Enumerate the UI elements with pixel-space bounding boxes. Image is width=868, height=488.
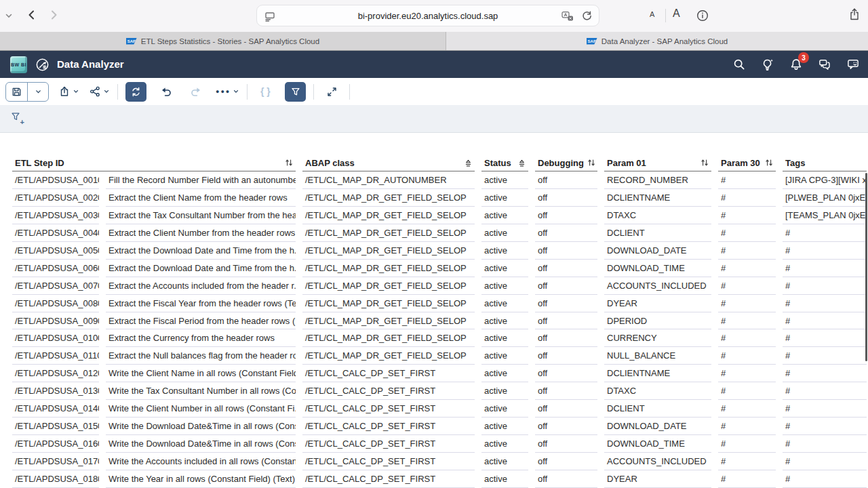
cell-status[interactable]: active	[481, 312, 528, 330]
cell-description[interactable]: Extract the Fiscal Period from the heade…	[106, 312, 296, 330]
cell-param-01[interactable]: ACCOUNTS_INCLUDED	[604, 277, 711, 295]
cell-description[interactable]: Write the Download Date&Time in all rows…	[106, 418, 296, 435]
cell-param-30[interactable]: #	[718, 400, 776, 418]
cell-debugging[interactable]: off	[535, 400, 597, 418]
cell-status[interactable]: active	[481, 260, 528, 277]
expand-button[interactable]	[321, 82, 342, 102]
cell-etl-step-id[interactable]: /ETL/APDSUSA_0090	[12, 312, 99, 330]
cell-status[interactable]: active	[481, 453, 528, 470]
feedback-icon[interactable]	[846, 58, 860, 71]
sort-updown-icon[interactable]	[764, 158, 774, 167]
cell-etl-step-id[interactable]: /ETL/APDSUSA_0050	[12, 242, 99, 260]
cell-debugging[interactable]: off	[535, 435, 597, 453]
table-row[interactable]: /ETL/APDSUSA_0180 Write the Year in all …	[12, 470, 868, 488]
reload-icon[interactable]	[580, 10, 593, 22]
cell-tags[interactable]: #	[783, 382, 867, 400]
cell-debugging[interactable]: off	[535, 312, 597, 330]
cell-description[interactable]: Extract the Tax Consultant Number from t…	[106, 207, 296, 224]
cell-etl-step-id[interactable]: /ETL/APDSUSA_0010	[12, 171, 99, 189]
cell-description[interactable]: Extract the Null balances flag from the …	[106, 347, 296, 365]
cell-param-01[interactable]: DOWNLOAD_DATE	[604, 242, 711, 260]
cell-description[interactable]: Fill the Record Number Field with an aut…	[106, 171, 296, 189]
bw-bi-logo[interactable]: BW BI	[10, 56, 27, 73]
table-row[interactable]: /ETL/APDSUSA_0010 Fill the Record Number…	[12, 171, 868, 189]
vertical-scrollbar-thumb[interactable]	[865, 173, 867, 361]
cell-tags[interactable]: #	[783, 329, 867, 347]
table-row[interactable]: /ETL/APDSUSA_0050 Extract the Download D…	[12, 242, 868, 260]
cell-debugging[interactable]: off	[535, 329, 597, 347]
cell-etl-step-id[interactable]: /ETL/APDSUSA_0120	[12, 365, 99, 382]
cell-status[interactable]: active	[481, 418, 528, 435]
table-row[interactable]: /ETL/APDSUSA_0060 Extract the Download D…	[12, 260, 868, 277]
cell-status[interactable]: active	[481, 207, 528, 224]
cell-abap-class[interactable]: /ETL/CL_MAP_DR_GET_FIELD_SELOP	[302, 329, 475, 347]
cell-debugging[interactable]: off	[535, 171, 597, 189]
tab-etl-steps-statistics[interactable]: SAP ETL Steps Statistics - Stories - SAP…	[0, 32, 446, 50]
filter-button[interactable]	[285, 82, 306, 102]
cell-status[interactable]: active	[481, 347, 528, 365]
cell-abap-class[interactable]: /ETL/CL_MAP_DR_GET_FIELD_SELOP	[302, 242, 475, 260]
cell-status[interactable]: active	[481, 224, 528, 242]
cell-abap-class[interactable]: /ETL/CL_CALC_DP_SET_FIRST	[302, 382, 475, 400]
cell-etl-step-id[interactable]: /ETL/APDSUSA_0080	[12, 295, 99, 312]
table-row[interactable]: /ETL/APDSUSA_0110 Extract the Null balan…	[12, 347, 868, 365]
cell-status[interactable]: active	[481, 277, 528, 295]
cell-status[interactable]: active	[481, 329, 528, 347]
cell-param-30[interactable]: #	[718, 171, 776, 189]
cell-param-01[interactable]: DOWNLOAD_TIME	[604, 435, 711, 453]
cell-debugging[interactable]: off	[535, 277, 597, 295]
cell-param-30[interactable]: #	[718, 189, 776, 207]
cell-abap-class[interactable]: /ETL/CL_MAP_DR_GET_FIELD_SELOP	[302, 189, 475, 207]
redo-button[interactable]	[186, 82, 206, 102]
sort-updown-icon[interactable]	[700, 158, 709, 167]
table-row[interactable]: /ETL/APDSUSA_0130 Write the Tax Consulta…	[12, 382, 868, 400]
cell-description[interactable]: Write the Year in all rows (Constant Fie…	[106, 470, 296, 488]
cell-param-01[interactable]: RECORD_NUMBER	[604, 171, 711, 189]
search-icon[interactable]	[732, 58, 746, 71]
undo-button[interactable]	[156, 82, 176, 102]
add-filter-icon[interactable]: +	[10, 111, 24, 126]
cell-description[interactable]: Write the Client Number in all rows (Con…	[106, 400, 296, 418]
cell-tags[interactable]: #	[783, 277, 867, 295]
cell-status[interactable]: active	[481, 242, 528, 260]
cell-abap-class[interactable]: /ETL/CL_CALC_DP_SET_FIRST	[302, 453, 475, 470]
address-bar[interactable]: bi-provider.eu20.analytics.cloud.sap	[256, 5, 599, 26]
cell-debugging[interactable]: off	[535, 207, 597, 224]
cell-description[interactable]: Write the Accounts included in all rows …	[106, 453, 296, 470]
cell-tags[interactable]: #	[783, 224, 867, 242]
cell-tags[interactable]: #	[783, 312, 867, 330]
cell-tags[interactable]: #	[783, 347, 867, 365]
cell-param-30[interactable]: #	[718, 435, 776, 453]
cell-tags[interactable]: #	[783, 470, 867, 488]
cell-tags[interactable]: [JIRA CPG-3][WIKI x/tC	[783, 171, 867, 189]
cell-param-01[interactable]: DOWNLOAD_DATE	[604, 418, 711, 435]
cell-debugging[interactable]: off	[535, 260, 597, 277]
discussions-icon[interactable]	[818, 58, 831, 71]
cell-tags[interactable]: #	[783, 400, 867, 418]
cell-etl-step-id[interactable]: /ETL/APDSUSA_0070	[12, 277, 99, 295]
column-header-abap-class[interactable]: ABAP class	[302, 155, 475, 171]
cell-param-30[interactable]: #	[718, 382, 776, 400]
cell-tags[interactable]: [TEAMS_PLAN 0jxE5E5	[783, 207, 867, 224]
cell-status[interactable]: active	[481, 400, 528, 418]
cell-status[interactable]: active	[481, 470, 528, 488]
cell-etl-step-id[interactable]: /ETL/APDSUSA_0140	[12, 400, 99, 418]
cell-param-30[interactable]: #	[718, 470, 776, 488]
more-actions-button[interactable]: ●●●	[216, 85, 239, 98]
cell-etl-step-id[interactable]: /ETL/APDSUSA_0130	[12, 382, 99, 400]
cell-debugging[interactable]: off	[535, 382, 597, 400]
info-icon[interactable]	[696, 9, 709, 22]
window-chevron-down-icon[interactable]	[4, 11, 14, 20]
cell-param-30[interactable]: #	[718, 295, 776, 312]
table-row[interactable]: /ETL/APDSUSA_0030 Extract the Tax Consul…	[12, 207, 868, 224]
table-row[interactable]: /ETL/APDSUSA_0100 Extract the Currency f…	[12, 329, 868, 347]
cell-status[interactable]: active	[481, 171, 528, 189]
cell-status[interactable]: active	[481, 189, 528, 207]
cell-param-30[interactable]: #	[718, 224, 776, 242]
cell-status[interactable]: active	[481, 365, 528, 382]
table-row[interactable]: /ETL/APDSUSA_0070 Extract the Accounts i…	[12, 277, 868, 295]
translate-icon[interactable]	[561, 10, 574, 22]
cell-abap-class[interactable]: /ETL/CL_CALC_DP_SET_FIRST	[302, 365, 475, 382]
table-row[interactable]: /ETL/APDSUSA_0090 Extract the Fiscal Per…	[12, 312, 868, 330]
export-dropdown-chevron-icon[interactable]	[73, 85, 79, 98]
